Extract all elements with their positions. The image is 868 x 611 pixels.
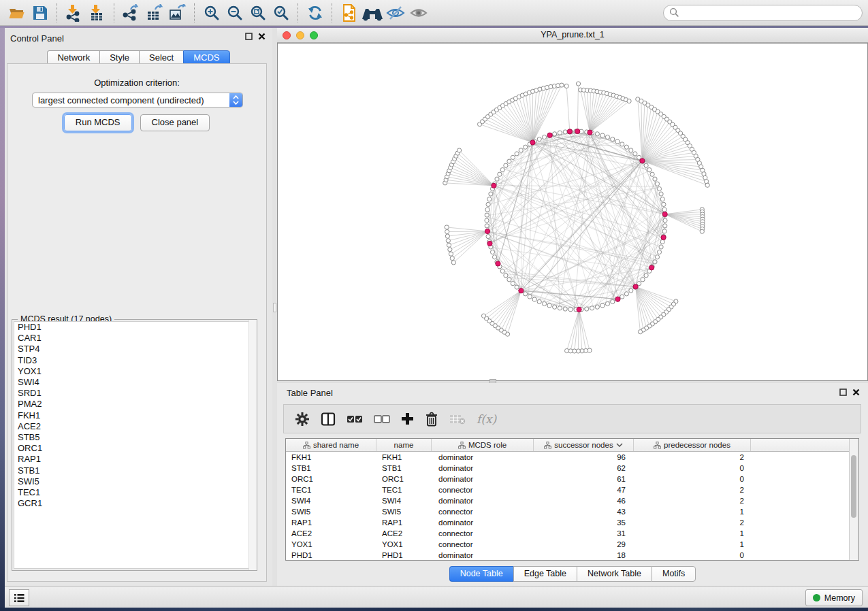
hide-all-columns-button[interactable] bbox=[374, 415, 390, 423]
table-row[interactable]: RAP1RAP1dominator352 bbox=[286, 517, 858, 528]
table-panel-title: Table Panel bbox=[287, 388, 333, 398]
show-column-selector-button[interactable] bbox=[321, 412, 336, 426]
tab-edge-table[interactable]: Edge Table bbox=[513, 566, 577, 582]
table-scrollbar[interactable] bbox=[849, 439, 858, 560]
table-cell: 18 bbox=[534, 550, 634, 561]
search-icon bbox=[669, 7, 679, 18]
node-table[interactable]: shared namenameMCDS rolesuccessor nodesp… bbox=[285, 438, 859, 561]
delete-column-button[interactable] bbox=[425, 412, 438, 427]
column-header-shared-name[interactable]: shared name bbox=[286, 439, 376, 451]
table-cell: 61 bbox=[534, 474, 634, 484]
table-cell: 31 bbox=[534, 528, 634, 539]
export-table-button[interactable] bbox=[143, 2, 166, 24]
network-canvas[interactable] bbox=[277, 43, 868, 381]
export-image-button[interactable] bbox=[166, 2, 189, 24]
table-cell: 2 bbox=[634, 484, 751, 495]
node-table-body: FKH1FKH1dominator962STB1STB1dominator620… bbox=[286, 452, 858, 561]
float-panel-icon[interactable] bbox=[839, 389, 847, 396]
search-field[interactable] bbox=[663, 5, 863, 21]
result-node[interactable]: FKH1 bbox=[14, 410, 255, 421]
table-cell: connector bbox=[432, 528, 534, 539]
column-header-successor-nodes[interactable]: successor nodes bbox=[534, 439, 634, 451]
hide-graphics-details-button[interactable] bbox=[384, 2, 407, 24]
show-graphics-details-button[interactable] bbox=[407, 2, 430, 24]
result-node[interactable]: CAR1 bbox=[14, 333, 255, 344]
export-network-button[interactable] bbox=[120, 2, 143, 24]
result-node[interactable]: GCR1 bbox=[14, 498, 255, 509]
zoom-fit-button[interactable] bbox=[246, 2, 270, 24]
search-input[interactable] bbox=[679, 7, 856, 18]
toolbar-separator bbox=[57, 3, 58, 22]
eye-slash-icon bbox=[385, 5, 406, 21]
delete-table-button[interactable] bbox=[449, 413, 466, 425]
criterion-select[interactable]: largest connected component (undirected) bbox=[32, 93, 243, 108]
vertical-splitter[interactable] bbox=[272, 28, 277, 586]
float-panel-icon[interactable] bbox=[245, 33, 253, 40]
column-type-icon bbox=[654, 442, 661, 449]
import-network-button[interactable] bbox=[63, 2, 86, 24]
result-node[interactable]: TID3 bbox=[14, 355, 255, 366]
result-node[interactable]: STB5 bbox=[14, 432, 255, 443]
mcds-result-list[interactable]: PHD1CAR1STP4TID3YOX1SWI4SRD1PMA2FKH1ACE2… bbox=[14, 321, 255, 569]
table-row[interactable]: ORC1ORC1dominator610 bbox=[286, 474, 858, 484]
zoom-in-button[interactable] bbox=[200, 2, 223, 24]
column-header-name[interactable]: name bbox=[376, 439, 432, 451]
column-header-predecessor-nodes[interactable]: predecessor nodes bbox=[634, 439, 751, 451]
find-button[interactable] bbox=[361, 2, 384, 24]
table-row[interactable]: PHD1PHD1dominator180 bbox=[286, 550, 858, 561]
result-node[interactable]: ACE2 bbox=[14, 421, 255, 432]
column-type-icon bbox=[458, 442, 466, 449]
table-row[interactable]: SWI4SWI4dominator462 bbox=[286, 495, 858, 506]
table-cell: SWI5 bbox=[286, 506, 376, 517]
network-from-document-button[interactable] bbox=[338, 2, 361, 24]
memory-button[interactable]: Memory bbox=[805, 589, 863, 606]
result-node[interactable]: SWI4 bbox=[14, 377, 255, 388]
table-settings-button[interactable] bbox=[295, 412, 310, 427]
result-node[interactable]: SWI5 bbox=[14, 476, 255, 487]
tab-network-table[interactable]: Network Table bbox=[577, 566, 652, 582]
table-cell: SWI5 bbox=[376, 506, 432, 517]
table-row[interactable]: TEC1TEC1connector472 bbox=[286, 484, 858, 495]
result-node[interactable]: STB1 bbox=[14, 465, 255, 476]
result-node[interactable]: TEC1 bbox=[14, 487, 255, 498]
run-mcds-button[interactable]: Run MCDS bbox=[64, 114, 132, 131]
result-node[interactable]: SRD1 bbox=[14, 388, 255, 399]
result-node[interactable]: ORC1 bbox=[14, 443, 255, 454]
table-row[interactable]: SWI5SWI5connector431 bbox=[286, 506, 858, 517]
table-row[interactable]: STB1STB1dominator620 bbox=[286, 463, 858, 474]
zoom-selected-button[interactable] bbox=[270, 2, 293, 24]
result-node[interactable]: PHD1 bbox=[14, 322, 255, 333]
table-cell: connector bbox=[432, 506, 534, 517]
zoom-out-icon bbox=[226, 4, 244, 22]
refresh-icon bbox=[306, 4, 325, 22]
save-session-button[interactable] bbox=[29, 2, 52, 24]
table-row[interactable]: FKH1FKH1dominator962 bbox=[286, 452, 858, 463]
result-node[interactable]: YOX1 bbox=[14, 366, 255, 377]
table-row[interactable]: ACE2ACE2connector311 bbox=[286, 528, 858, 539]
refresh-layout-button[interactable] bbox=[304, 2, 327, 24]
column-header-MCDS-role[interactable]: MCDS role bbox=[432, 439, 534, 451]
zoom-out-button[interactable] bbox=[223, 2, 246, 24]
create-column-button[interactable] bbox=[401, 412, 414, 425]
result-node[interactable]: PMA2 bbox=[14, 399, 255, 410]
tab-motifs[interactable]: Motifs bbox=[652, 566, 696, 582]
show-all-columns-button[interactable] bbox=[347, 415, 363, 423]
table-row[interactable]: YOX1YOX1connector291 bbox=[286, 539, 858, 550]
close-panel-icon[interactable] bbox=[852, 389, 860, 396]
function-builder-button[interactable]: f(x) bbox=[477, 412, 496, 426]
table-scrollbar-thumb[interactable] bbox=[851, 455, 856, 518]
tab-node-table[interactable]: Node Table bbox=[449, 566, 513, 582]
close-panel-button[interactable]: Close panel bbox=[140, 114, 210, 131]
result-node[interactable]: RAP1 bbox=[14, 454, 255, 465]
optimization-criterion-label: Optimization criterion: bbox=[7, 78, 266, 88]
table-cell: STB1 bbox=[286, 463, 376, 474]
result-node[interactable]: STP4 bbox=[14, 344, 255, 354]
result-list-scrollbar[interactable] bbox=[248, 320, 257, 570]
open-file-button[interactable] bbox=[5, 2, 29, 24]
show-task-history-button[interactable] bbox=[9, 589, 29, 606]
memory-label: Memory bbox=[824, 593, 855, 603]
import-table-button[interactable] bbox=[86, 2, 109, 24]
network-window-titlebar[interactable]: YPA_prune.txt_1 bbox=[277, 28, 868, 43]
checked-boxes-icon bbox=[347, 415, 363, 423]
close-panel-icon[interactable] bbox=[258, 33, 266, 40]
